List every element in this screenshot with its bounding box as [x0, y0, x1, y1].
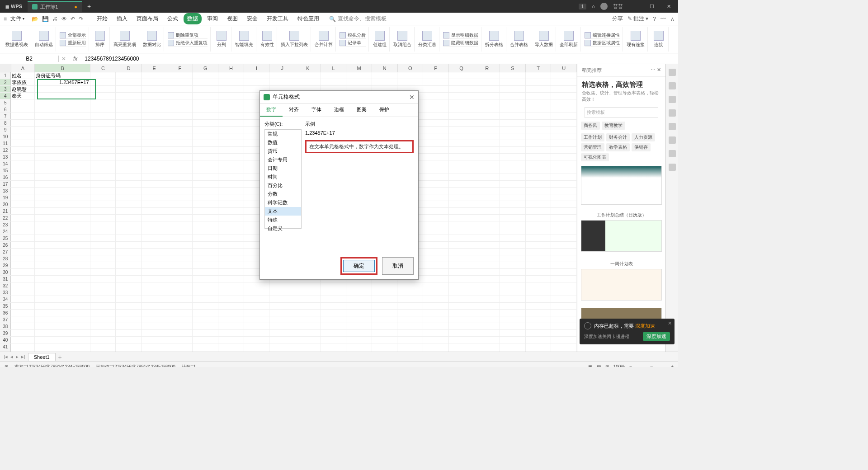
cell[interactable] — [35, 120, 90, 126]
dlg-tab-align[interactable]: 对齐 — [283, 103, 305, 117]
cell[interactable] — [526, 160, 552, 167]
cell[interactable] — [346, 350, 372, 352]
cell[interactable] — [474, 93, 500, 99]
cell[interactable] — [551, 133, 577, 140]
category-item[interactable]: 特殊 — [265, 216, 301, 224]
cell[interactable] — [449, 106, 475, 113]
cell[interactable] — [551, 282, 577, 289]
cell[interactable] — [551, 255, 577, 262]
cell[interactable] — [218, 127, 244, 133]
cell[interactable] — [244, 350, 270, 352]
cell[interactable] — [500, 127, 526, 133]
cell[interactable] — [218, 120, 244, 126]
cell[interactable] — [500, 167, 526, 174]
cell[interactable] — [193, 343, 218, 350]
cell[interactable] — [423, 249, 449, 255]
cell[interactable] — [35, 228, 90, 235]
cell[interactable] — [11, 228, 35, 235]
cell[interactable] — [500, 296, 526, 302]
cell[interactable] — [90, 113, 116, 119]
cell[interactable] — [90, 208, 116, 214]
cell[interactable] — [500, 235, 526, 241]
row-header[interactable]: 16 — [0, 174, 11, 180]
name-box[interactable]: B2 — [0, 56, 59, 62]
cell[interactable] — [474, 194, 500, 201]
col-header-I[interactable]: I — [244, 64, 270, 72]
cell[interactable] — [526, 276, 552, 282]
cell[interactable] — [218, 255, 244, 262]
toast-close-icon[interactable]: ✕ — [668, 320, 672, 326]
cell[interactable] — [90, 330, 116, 336]
cell[interactable] — [423, 228, 449, 235]
cell[interactable] — [193, 120, 218, 126]
cell[interactable] — [244, 79, 270, 85]
cell[interactable] — [551, 160, 577, 167]
cell[interactable] — [321, 316, 347, 323]
cell[interactable] — [142, 242, 167, 248]
undo-icon[interactable]: ↶ — [71, 16, 75, 22]
category-item[interactable]: 科学记数 — [265, 198, 301, 207]
cell[interactable] — [397, 350, 423, 352]
cell[interactable] — [35, 296, 90, 302]
filter-icon[interactable] — [669, 96, 676, 103]
cell[interactable] — [500, 140, 526, 146]
cell[interactable] — [116, 120, 142, 126]
connections-button[interactable]: 连接 — [649, 27, 669, 52]
cell[interactable] — [167, 86, 193, 92]
cell[interactable] — [474, 215, 500, 221]
cell[interactable] — [90, 147, 116, 153]
open-icon[interactable]: 📂 — [32, 16, 38, 22]
cell[interactable] — [167, 228, 193, 235]
cell[interactable] — [474, 310, 500, 316]
dlg-tab-protect[interactable]: 保护 — [373, 103, 396, 117]
cell[interactable] — [500, 228, 526, 235]
cell[interactable] — [167, 269, 193, 275]
row-header[interactable]: 2 — [0, 79, 11, 85]
cell[interactable] — [526, 120, 552, 126]
cell[interactable] — [474, 154, 500, 160]
cell[interactable] — [269, 316, 295, 323]
cell[interactable] — [474, 330, 500, 336]
cell[interactable] — [218, 303, 244, 309]
row-header[interactable]: 27 — [0, 249, 11, 255]
category-item[interactable]: 日期 — [265, 164, 301, 173]
cell[interactable] — [372, 289, 398, 296]
cell[interactable] — [35, 303, 90, 309]
cell[interactable] — [500, 343, 526, 350]
cell[interactable] — [244, 330, 270, 336]
cell[interactable] — [551, 242, 577, 248]
cell[interactable] — [474, 181, 500, 187]
cell[interactable] — [167, 154, 193, 160]
cell[interactable] — [90, 323, 116, 329]
col-header-K[interactable]: K — [295, 64, 321, 72]
cell[interactable] — [474, 147, 500, 153]
row-header[interactable]: 37 — [0, 316, 11, 323]
row-header[interactable]: 40 — [0, 337, 11, 343]
cell[interactable] — [500, 310, 526, 316]
cell[interactable] — [142, 167, 167, 174]
cell[interactable] — [193, 208, 218, 214]
preview-icon[interactable]: 👁 — [61, 16, 67, 22]
cell[interactable] — [193, 330, 218, 336]
cell[interactable] — [142, 323, 167, 329]
category-item[interactable]: 常规 — [265, 130, 301, 138]
cell[interactable] — [218, 72, 244, 79]
cell[interactable] — [116, 147, 142, 153]
row-header[interactable]: 34 — [0, 296, 11, 302]
document-tab[interactable]: 工作簿1 ● — [28, 1, 82, 12]
cell[interactable] — [116, 133, 142, 140]
row-header[interactable]: 24 — [0, 228, 11, 235]
cell[interactable] — [474, 296, 500, 302]
cell[interactable] — [500, 255, 526, 262]
cell[interactable] — [142, 201, 167, 207]
cell[interactable] — [449, 330, 475, 336]
view-page-icon[interactable]: ▤ — [597, 364, 601, 367]
cell[interactable] — [193, 72, 218, 79]
cell[interactable] — [11, 296, 35, 302]
cell[interactable] — [423, 188, 449, 194]
cell[interactable] — [474, 208, 500, 214]
cell[interactable] — [500, 282, 526, 289]
cell[interactable] — [449, 188, 475, 194]
cell[interactable] — [90, 343, 116, 350]
form-button[interactable]: 记录单 — [340, 40, 366, 47]
